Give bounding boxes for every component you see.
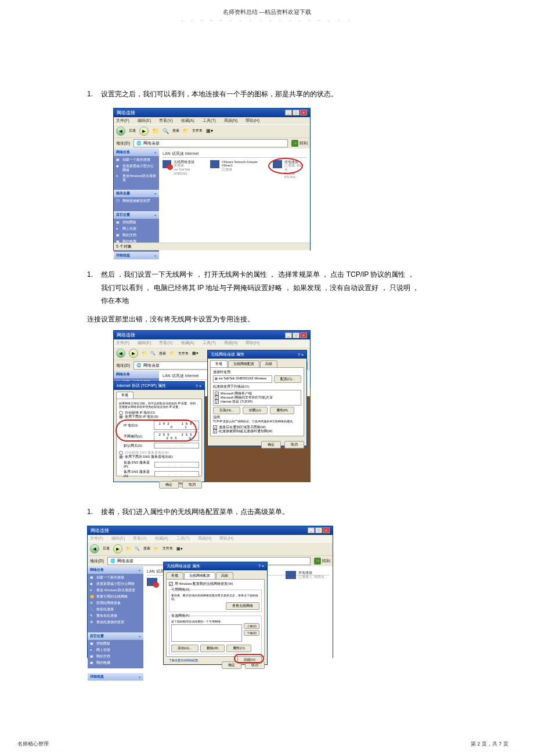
- props-button[interactable]: 属性(R): [270, 407, 294, 414]
- item[interactable]: ✓Internet 协议 (TCP/IP): [215, 400, 300, 404]
- movedown-button[interactable]: 下移(D): [244, 630, 259, 636]
- dns2-input[interactable]: . . .: [154, 471, 199, 477]
- items-list[interactable]: ✓Microsoft 网络客户端 ✓Microsoft 网络的文件和打印机共享 …: [213, 390, 301, 406]
- maximize-icon[interactable]: □: [293, 110, 300, 115]
- folders-icon[interactable]: 📁: [169, 351, 175, 356]
- back-icon[interactable]: ◄: [116, 349, 125, 358]
- checkbox-icon[interactable]: ✓: [213, 429, 217, 433]
- side-header[interactable]: 其它位置⌄: [114, 211, 159, 219]
- minimize-icon[interactable]: _: [285, 332, 292, 338]
- menu-tools[interactable]: 工具(T): [203, 118, 216, 122]
- cancel-button[interactable]: 取消: [284, 441, 304, 448]
- maximize-icon[interactable]: □: [293, 332, 300, 338]
- search-icon[interactable]: 🔍: [163, 128, 169, 134]
- sidebar-item[interactable]: ◆设置家庭或小型办公网络: [90, 582, 141, 587]
- cancel-button[interactable]: 取消: [182, 481, 202, 489]
- dns1-input[interactable]: . . .: [154, 462, 199, 468]
- go-button[interactable]: →转到: [314, 558, 330, 565]
- win-config-checkbox[interactable]: ✓用 Windows 配置我的无线网络设置(W): [169, 582, 262, 586]
- checkbox-icon[interactable]: ✓: [169, 582, 173, 586]
- sidebar-item[interactable]: ▣我的文档: [116, 233, 157, 238]
- search-icon[interactable]: 🔍: [135, 547, 140, 551]
- auto-ip-radio[interactable]: 自动获得 IP 地址(O): [119, 411, 199, 415]
- minimize-icon[interactable]: _: [308, 527, 315, 533]
- menu-adv[interactable]: 高级(N): [224, 118, 238, 122]
- sidebar-item[interactable]: ▣创建一个新的连接: [90, 576, 141, 580]
- menu-file[interactable]: 文件(F): [116, 118, 129, 122]
- up-icon[interactable]: 📁: [126, 547, 131, 551]
- sidebar-item[interactable]: ◆设置家庭或小型办公网络: [116, 164, 157, 172]
- remove-button[interactable]: 删除(R): [200, 645, 225, 652]
- add-button[interactable]: 添加(A)...: [171, 645, 199, 652]
- radio-icon[interactable]: [119, 415, 123, 419]
- sidebar-item[interactable]: ✎重命名此连接: [90, 614, 141, 618]
- sidebar-item[interactable]: ▣创建一个新的连接: [116, 158, 157, 162]
- radio-icon[interactable]: [119, 455, 123, 459]
- sidebar-item[interactable]: ▣我的文档: [90, 654, 141, 659]
- gw-input[interactable]: . . .: [154, 443, 199, 448]
- ok-button[interactable]: 确定: [159, 481, 179, 489]
- forward-icon[interactable]: ►: [113, 544, 122, 554]
- wireless-connection[interactable]: 无线网络连接 未连接 via TalkTalk SNB5001: [163, 160, 200, 175]
- sidebar-item[interactable]: ●网上邻居: [90, 648, 141, 653]
- side-header[interactable]: 网络任务⌄: [114, 149, 159, 156]
- sidebar-item[interactable]: ▣控制面板: [116, 220, 157, 225]
- sidebar-item[interactable]: 🔧修复此连接: [90, 607, 141, 612]
- sidebar-item[interactable]: ●更改Windows防火墙设置: [116, 174, 157, 182]
- learn-link[interactable]: 了解设置无线网络配置。: [169, 659, 201, 662]
- uninstall-button[interactable]: 卸载(U): [243, 407, 267, 414]
- checkbox-icon[interactable]: ✓: [215, 392, 219, 396]
- tab-advanced[interactable]: 高级: [216, 572, 233, 579]
- checkbox-icon[interactable]: ✓: [215, 396, 219, 400]
- preferred-list[interactable]: [171, 624, 242, 642]
- menu-help[interactable]: 帮助(H): [246, 118, 259, 122]
- sidebar-item[interactable]: ⓘ网络疑难解答程序: [116, 199, 157, 204]
- sidebar-item[interactable]: 📶查看可用的无线网络: [90, 595, 141, 599]
- menu-edit[interactable]: 编辑(E): [138, 118, 151, 122]
- ip-input[interactable]: 192 . 168 . 0 . 1: [154, 421, 199, 430]
- sidebar-item[interactable]: ●网上邻居: [116, 227, 157, 231]
- configure-button[interactable]: 配置(C)...: [274, 375, 301, 383]
- views-icon[interactable]: ▦▾: [176, 547, 183, 551]
- up-icon[interactable]: 📁: [152, 128, 159, 134]
- close-icon[interactable]: ×: [323, 527, 330, 533]
- minimize-icon[interactable]: _: [285, 110, 292, 115]
- tab-general[interactable]: 常规: [166, 572, 183, 579]
- close-icon[interactable]: ×: [300, 332, 307, 338]
- props-button[interactable]: 属性(O): [226, 645, 251, 652]
- back-icon[interactable]: ◄: [90, 544, 99, 554]
- checkbox-icon[interactable]: ✓: [213, 425, 217, 429]
- forward-icon[interactable]: ►: [139, 126, 149, 136]
- maximize-icon[interactable]: □: [315, 527, 322, 533]
- sidebar-item[interactable]: ⚙更改此连接的设置: [90, 620, 141, 625]
- side-header[interactable]: 详细信息⌄: [114, 252, 159, 259]
- mask-input[interactable]: 255 . 255 . 255 . 0: [154, 432, 199, 441]
- tab-general[interactable]: 常规: [210, 360, 228, 367]
- view-networks-button[interactable]: 查看无线网络: [226, 602, 259, 610]
- use-dns-radio[interactable]: 使用下面的 DNS 服务器地址(E):: [119, 455, 199, 459]
- sidebar-item[interactable]: ●更改 Windows 防火墙设置: [90, 588, 141, 593]
- advanced-button[interactable]: 高级(V): [237, 656, 262, 664]
- moveup-button[interactable]: 上移(U): [244, 623, 259, 629]
- forward-icon[interactable]: ►: [129, 349, 138, 358]
- search-icon[interactable]: 🔍: [150, 351, 156, 356]
- close-icon[interactable]: ×: [300, 110, 307, 115]
- side-header[interactable]: 相关主题⌄: [114, 190, 159, 197]
- vmware-connection[interactable]: VMware Network Adapter VMnet1 已连接: [210, 160, 262, 172]
- go-button[interactable]: → 转到: [291, 140, 308, 147]
- folders-icon[interactable]: 📁: [154, 547, 159, 551]
- auto-dns-radio[interactable]: 自动获得 DNS 服务器地址(B): [119, 451, 199, 455]
- tab-advanced[interactable]: 高级: [260, 360, 277, 367]
- tab-wireless[interactable]: 无线网络配置: [184, 572, 215, 579]
- tab-general[interactable]: 常规: [116, 392, 134, 399]
- sidebar-item[interactable]: ▣我的电脑: [90, 661, 141, 665]
- use-ip-radio[interactable]: 使用下面的 IP 地址(S):: [119, 415, 199, 419]
- install-button[interactable]: 安装(N)...: [213, 407, 240, 414]
- menu-fav[interactable]: 收藏(A): [181, 118, 194, 122]
- tab-wireless[interactable]: 无线网络配置: [228, 360, 259, 367]
- menu-view[interactable]: 查看(V): [159, 118, 172, 122]
- views-icon[interactable]: ▦▾: [206, 128, 213, 133]
- radio-icon[interactable]: [119, 411, 123, 415]
- local-connection[interactable]: 本地连接 已连接, 有防火… Realtek RTL816…: [273, 160, 306, 179]
- sidebar-item[interactable]: ▣控制面板: [90, 642, 141, 646]
